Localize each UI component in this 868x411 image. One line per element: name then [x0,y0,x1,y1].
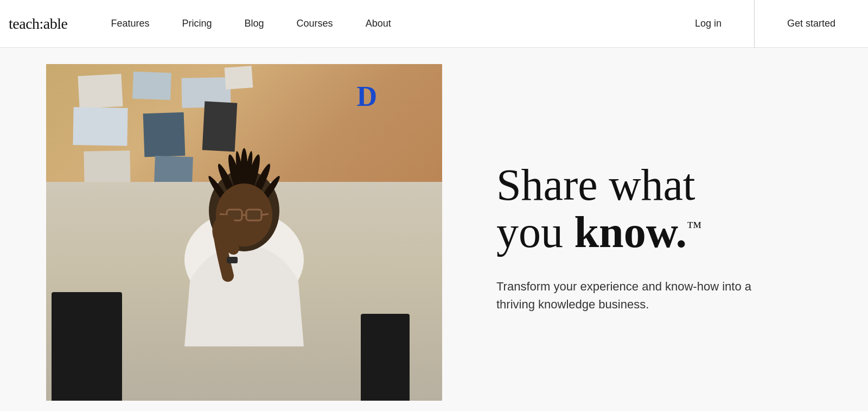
navbar: teach:able Features Pricing Blog Courses… [0,0,868,48]
paper-note-1 [78,74,123,109]
svg-point-18 [217,216,228,227]
hero-section: D [0,48,868,411]
nav-about[interactable]: About [366,18,391,29]
logo[interactable]: teach:able [9,15,67,33]
paper-note-7 [84,150,130,186]
login-link[interactable]: Log in [662,18,754,29]
hero-content: Share what you know.™ Transform your exp… [442,48,868,411]
headline-line1: Share what [496,160,695,210]
get-started-link[interactable]: Get started [755,18,868,29]
headline-line2-prefix: you [496,207,575,257]
hero-headline: Share what you know.™ [496,162,825,255]
headline-bold: know. [575,207,687,257]
svg-rect-19 [227,257,238,263]
nav-right: Log in Get started [662,0,868,48]
nav-features[interactable]: Features [111,18,149,29]
hero-subtext: Transform your experience and know-how i… [496,277,778,313]
nav-courses[interactable]: Courses [297,18,333,29]
hero-photo: D [46,64,442,401]
paper-note-4 [73,107,127,146]
svg-line-17 [261,214,269,215]
monitor-left [52,292,122,401]
nav-pricing[interactable]: Pricing [182,18,212,29]
svg-rect-14 [246,210,261,220]
monitor-right [361,314,410,401]
headline-tm: ™ [687,218,701,235]
person-silhouette [136,64,353,401]
letter-decoration: D [356,80,377,112]
nav-blog[interactable]: Blog [245,18,264,29]
hero-image: D [46,64,442,411]
nav-links: Features Pricing Blog Courses About [111,18,662,29]
